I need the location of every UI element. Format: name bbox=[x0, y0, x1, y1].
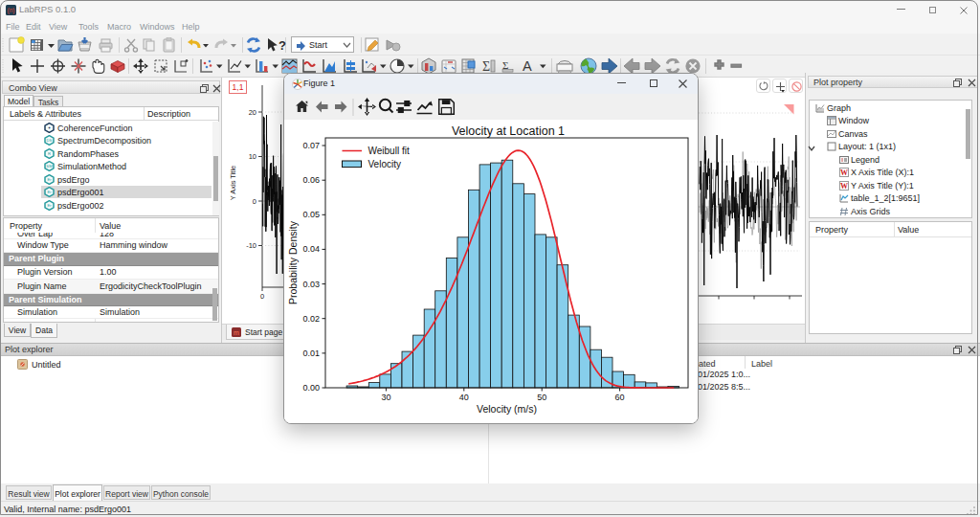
svg-text:0.01: 0.01 bbox=[302, 348, 320, 358]
svg-text:20: 20 bbox=[249, 108, 256, 117]
svg-text:Y Axis Title: Y Axis Title bbox=[229, 166, 237, 201]
svg-text:0.02: 0.02 bbox=[302, 314, 320, 324]
svg-text:Σ: Σ bbox=[502, 59, 508, 71]
svg-text:10: 10 bbox=[249, 152, 256, 161]
svg-text:0.04: 0.04 bbox=[302, 244, 320, 254]
svg-text:30: 30 bbox=[381, 393, 390, 402]
svg-text:0.03: 0.03 bbox=[302, 280, 320, 289]
svg-text:Velocity (m/s): Velocity (m/s) bbox=[477, 403, 537, 415]
svg-text:Velocity at Location 1: Velocity at Location 1 bbox=[452, 124, 565, 138]
svg-text:0.05: 0.05 bbox=[302, 210, 320, 219]
svg-text:Velocity: Velocity bbox=[368, 159, 401, 169]
svg-text:Weibull fit: Weibull fit bbox=[368, 146, 410, 156]
svg-text:0: 0 bbox=[260, 292, 264, 301]
svg-text:0.00: 0.00 bbox=[302, 383, 320, 393]
svg-text:Probability Density: Probability Density bbox=[287, 220, 299, 304]
svg-text:0.06: 0.06 bbox=[302, 175, 320, 185]
svg-text:40: 40 bbox=[459, 393, 469, 402]
svg-text:0: 0 bbox=[253, 197, 256, 206]
svg-text:W: W bbox=[840, 182, 848, 191]
svg-text:Σ: Σ bbox=[482, 59, 490, 74]
svg-text:-10: -10 bbox=[246, 241, 256, 250]
svg-text:(n): (n) bbox=[8, 7, 15, 14]
svg-text:W: W bbox=[840, 169, 848, 177]
svg-text:A: A bbox=[523, 58, 532, 74]
svg-text:50: 50 bbox=[537, 393, 546, 402]
svg-text:60: 60 bbox=[615, 393, 625, 402]
svg-text:?: ? bbox=[278, 38, 286, 53]
svg-text:0.07: 0.07 bbox=[302, 141, 320, 150]
